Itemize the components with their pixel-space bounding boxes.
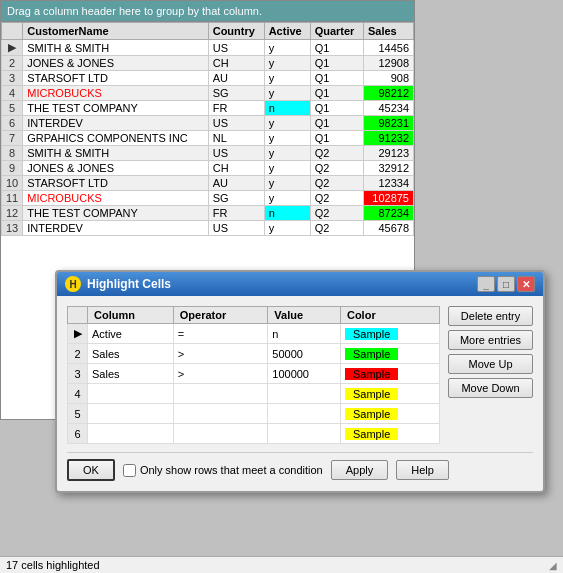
cell-sales: 12908 — [363, 56, 413, 71]
row-arrow: 8 — [2, 146, 23, 161]
cond-value[interactable]: n — [268, 324, 341, 344]
help-button[interactable]: Help — [396, 460, 449, 480]
cell-country: SG — [208, 191, 264, 206]
cond-color[interactable]: Sample — [340, 364, 439, 384]
highlight-cells-dialog: H Highlight Cells _ □ ✕ Column — [55, 270, 545, 493]
table-row: ▶SMITH & SMITHUSyQ114456 — [2, 40, 414, 56]
cell-quarter: Q1 — [310, 71, 363, 86]
drag-header: Drag a column header here to group by th… — [1, 1, 414, 22]
cond-operator[interactable] — [173, 424, 268, 444]
cell-country: NL — [208, 131, 264, 146]
cond-row-arrow: 5 — [68, 404, 88, 424]
table-row: 12THE TEST COMPANYFRnQ287234 — [2, 206, 414, 221]
only-show-checkbox[interactable] — [123, 464, 136, 477]
cond-col-operator: Operator — [173, 307, 268, 324]
cell-country: CH — [208, 161, 264, 176]
col-header-active[interactable]: Active — [264, 23, 310, 40]
cond-operator[interactable]: > — [173, 364, 268, 384]
cell-active: y — [264, 56, 310, 71]
cond-column[interactable] — [88, 424, 174, 444]
dialog-content: Column Operator Value Color ▶Active=nSam… — [67, 306, 533, 444]
condition-row: 4Sample — [68, 384, 440, 404]
row-arrow: 2 — [2, 56, 23, 71]
cell-sales: 29123 — [363, 146, 413, 161]
restore-button[interactable]: □ — [497, 276, 515, 292]
ok-button[interactable]: OK — [67, 459, 115, 481]
cond-column[interactable]: Sales — [88, 364, 174, 384]
cell-active: n — [264, 101, 310, 116]
condition-row: 5Sample — [68, 404, 440, 424]
status-bar: 17 cells highlighted ◢ — [0, 556, 563, 573]
cell-active: y — [264, 191, 310, 206]
table-row: 2JONES & JONESCHyQ112908 — [2, 56, 414, 71]
table-row: 8SMITH & SMITHUSyQ229123 — [2, 146, 414, 161]
cond-value[interactable] — [268, 404, 341, 424]
dialog-window-controls: _ □ ✕ — [477, 276, 535, 292]
cond-color[interactable]: Sample — [340, 424, 439, 444]
cell-customername: INTERDEV — [23, 221, 208, 236]
cell-active: y — [264, 221, 310, 236]
col-header-country[interactable]: Country — [208, 23, 264, 40]
cond-row-arrow: 3 — [68, 364, 88, 384]
minimize-button[interactable]: _ — [477, 276, 495, 292]
cond-operator[interactable] — [173, 404, 268, 424]
row-arrow: 11 — [2, 191, 23, 206]
data-grid: CustomerName Country Active Quarter Sale… — [1, 22, 414, 236]
cell-quarter: Q2 — [310, 146, 363, 161]
cell-customername: STARSOFT LTD — [23, 71, 208, 86]
cond-operator[interactable]: = — [173, 324, 268, 344]
cell-active: y — [264, 116, 310, 131]
checkbox-area: Only show rows that meet a condition — [123, 464, 323, 477]
cond-color[interactable]: Sample — [340, 344, 439, 364]
cell-sales: 14456 — [363, 40, 413, 56]
table-row: 4MICROBUCKSSGyQ198212 — [2, 86, 414, 101]
cond-col-column: Column — [88, 307, 174, 324]
cell-sales: 98231 — [363, 116, 413, 131]
conditions-area: Column Operator Value Color ▶Active=nSam… — [67, 306, 440, 444]
cond-row-arrow: 4 — [68, 384, 88, 404]
cond-col-value: Value — [268, 307, 341, 324]
cond-value[interactable]: 100000 — [268, 364, 341, 384]
cell-sales: 12334 — [363, 176, 413, 191]
cond-operator[interactable] — [173, 384, 268, 404]
cond-operator[interactable]: > — [173, 344, 268, 364]
more-entries-button[interactable]: More entries — [448, 330, 533, 350]
cell-active: y — [264, 161, 310, 176]
cond-color[interactable]: Sample — [340, 384, 439, 404]
cond-column[interactable] — [88, 404, 174, 424]
col-header-quarter[interactable]: Quarter — [310, 23, 363, 40]
cond-column[interactable]: Active — [88, 324, 174, 344]
row-arrow: 9 — [2, 161, 23, 176]
close-button[interactable]: ✕ — [517, 276, 535, 292]
move-up-button[interactable]: Move Up — [448, 354, 533, 374]
condition-row: 3Sales>100000Sample — [68, 364, 440, 384]
cond-column[interactable] — [88, 384, 174, 404]
row-arrow: 3 — [2, 71, 23, 86]
cond-value[interactable] — [268, 384, 341, 404]
table-row: 6INTERDEVUSyQ198231 — [2, 116, 414, 131]
dialog-icon: H — [65, 276, 81, 292]
apply-button[interactable]: Apply — [331, 460, 389, 480]
cell-sales: 32912 — [363, 161, 413, 176]
row-arrow: 12 — [2, 206, 23, 221]
cell-country: FR — [208, 101, 264, 116]
cell-quarter: Q1 — [310, 40, 363, 56]
col-header-customername[interactable]: CustomerName — [23, 23, 208, 40]
move-down-button[interactable]: Move Down — [448, 378, 533, 398]
cell-customername: THE TEST COMPANY — [23, 206, 208, 221]
row-arrow: 10 — [2, 176, 23, 191]
delete-entry-button[interactable]: Delete entry — [448, 306, 533, 326]
cell-active: y — [264, 71, 310, 86]
cond-color[interactable]: Sample — [340, 404, 439, 424]
cell-sales: 87234 — [363, 206, 413, 221]
cond-value[interactable] — [268, 424, 341, 444]
cell-quarter: Q1 — [310, 101, 363, 116]
col-header-sales[interactable]: Sales — [363, 23, 413, 40]
cond-column[interactable]: Sales — [88, 344, 174, 364]
cell-country: SG — [208, 86, 264, 101]
cell-country: US — [208, 40, 264, 56]
cond-value[interactable]: 50000 — [268, 344, 341, 364]
cond-color[interactable]: Sample — [340, 324, 439, 344]
cell-customername: JONES & JONES — [23, 56, 208, 71]
cell-quarter: Q2 — [310, 191, 363, 206]
